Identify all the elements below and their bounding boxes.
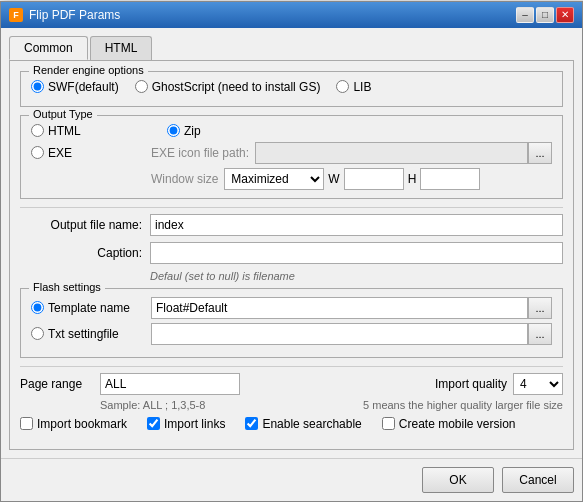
create-mobile-checkbox[interactable]: Create mobile version [382,417,516,431]
page-range-label: Page range [20,377,100,391]
txt-setting-input[interactable] [151,323,528,345]
tab-html[interactable]: HTML [90,36,153,60]
window-controls: – □ ✕ [516,7,574,23]
render-engine-options: SWF(default) GhostScript (need to instal… [31,80,552,94]
close-button[interactable]: ✕ [556,7,574,23]
maximize-button[interactable]: □ [536,7,554,23]
ok-button[interactable]: OK [422,467,494,493]
txt-browse-button[interactable]: ... [528,323,552,345]
lib-option[interactable]: LIB [336,80,371,94]
output-filename-label: Output file name: [20,218,150,232]
page-range-row: Page range Import quality 1 2 3 4 5 [20,373,563,395]
exe-icon-label: EXE icon file path: [151,146,249,160]
caption-row: Caption: [20,242,563,264]
page-range-hint: Sample: ALL ; 1,3,5-8 [100,399,205,411]
w-label: W [328,172,339,186]
separator2 [20,366,563,367]
dialog-buttons: OK Cancel [1,458,582,501]
window-size-select[interactable]: Maximized Custom [224,168,324,190]
render-engine-group: Render engine options SWF(default) Ghost… [20,71,563,107]
template-browse-button[interactable]: ... [528,297,552,319]
flash-settings-group: Flash settings Template name ... Txt set… [20,288,563,358]
zip-radio[interactable]: Zip [167,124,201,138]
title-bar-left: F Flip PDF Params [9,8,120,22]
txt-setting-row: Txt settingfile ... [31,323,552,345]
dialog-content: Common HTML Render engine options SWF(de… [1,28,582,458]
checkboxes-row: Import bookmark Import links Enable sear… [20,417,563,431]
caption-hint: Defaul (set to null) is filename [150,270,563,282]
enable-searchable-checkbox[interactable]: Enable searchable [245,417,361,431]
window-size-label: Window size [151,172,218,186]
output-type-row1: HTML Zip [31,124,552,138]
minimize-button[interactable]: – [516,7,534,23]
ghostscript-option[interactable]: GhostScript (need to install GS) [135,80,321,94]
render-engine-label: Render engine options [29,64,148,76]
template-input[interactable] [151,297,528,319]
window-size-row: Window size Maximized Custom W H [31,168,552,190]
quality-hint: 5 means the higher quality larger file s… [363,399,563,411]
output-filename-input[interactable] [150,214,563,236]
height-input[interactable] [420,168,480,190]
title-bar: F Flip PDF Params – □ ✕ [1,2,582,28]
exe-icon-path-input[interactable] [255,142,528,164]
exe-radio[interactable]: EXE [31,146,151,160]
flash-settings-label: Flash settings [29,281,105,293]
caption-input[interactable] [150,242,563,264]
window-title: Flip PDF Params [29,8,120,22]
page-range-input[interactable] [100,373,240,395]
import-quality-label: Import quality [435,377,507,391]
import-quality-select[interactable]: 1 2 3 4 5 [513,373,563,395]
template-row: Template name ... [31,297,552,319]
txt-radio[interactable]: Txt settingfile [31,327,151,341]
output-type-group: Output Type HTML Zip EX [20,115,563,199]
tab-bar: Common HTML [9,36,574,60]
cancel-button[interactable]: Cancel [502,467,574,493]
exe-icon-browse-button[interactable]: ... [528,142,552,164]
separator1 [20,207,563,208]
html-radio[interactable]: HTML [31,124,151,138]
swf-option[interactable]: SWF(default) [31,80,119,94]
hints-row: Sample: ALL ; 1,3,5-8 5 means the higher… [20,399,563,411]
import-bookmark-checkbox[interactable]: Import bookmark [20,417,127,431]
main-window: F Flip PDF Params – □ ✕ Common HTML Rend… [0,1,583,502]
output-filename-row: Output file name: [20,214,563,236]
tab-common[interactable]: Common [9,36,88,60]
import-links-checkbox[interactable]: Import links [147,417,225,431]
tab-content-common: Render engine options SWF(default) Ghost… [9,60,574,450]
h-label: H [408,172,417,186]
output-type-label: Output Type [29,108,97,120]
template-radio[interactable]: Template name [31,301,151,315]
app-icon: F [9,8,23,22]
exe-row: EXE EXE icon file path: ... [31,142,552,164]
width-input[interactable] [344,168,404,190]
caption-label: Caption: [20,246,150,260]
